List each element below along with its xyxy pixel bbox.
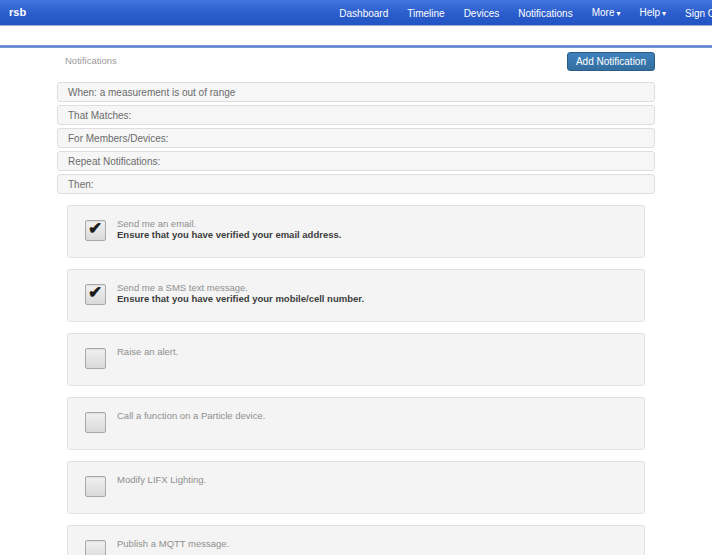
checkbox[interactable]: ✔ [85, 348, 106, 369]
notification-panels: When: a measurement is out of range That… [57, 82, 655, 555]
then-option-row-2[interactable]: ✔ Raise an alert. [67, 333, 645, 386]
nav-item-dashboard[interactable]: Dashboard [339, 1, 388, 26]
then-options-list: ✔ Send me an email. Ensure that you have… [67, 205, 645, 555]
panel-header-1[interactable]: That Matches: [57, 105, 655, 125]
then-option-row-4[interactable]: ✔ Modify LIFX Lighting. [67, 461, 645, 514]
then-option-row-3[interactable]: ✔ Call a function on a Particle device. [67, 397, 645, 450]
brand-link[interactable]: rsb [9, 0, 26, 25]
check-icon: ✔ [88, 282, 102, 303]
check-icon: ✔ [88, 218, 102, 239]
panel-header-0[interactable]: When: a measurement is out of range [57, 82, 655, 102]
add-notification-button[interactable]: Add Notification [567, 52, 655, 71]
nav-menu: DashboardTimelineDevicesNotificationsMor… [339, 0, 712, 26]
checkbox[interactable]: ✔ [85, 284, 106, 305]
checkbox[interactable]: ✔ [85, 412, 106, 433]
checkbox[interactable]: ✔ [85, 220, 106, 241]
option-note: Ensure that you have verified your mobil… [117, 293, 364, 304]
nav-item-help[interactable]: Help▾ [639, 0, 666, 26]
option-label: Modify LIFX Lighting. [117, 474, 206, 485]
nav-item-devices[interactable]: Devices [464, 1, 500, 26]
then-option-row-0[interactable]: ✔ Send me an email. Ensure that you have… [67, 205, 645, 258]
nav-item-notifications[interactable]: Notifications [518, 1, 572, 26]
option-note: Ensure that you have verified your email… [117, 229, 341, 240]
caret-down-icon: ▾ [616, 9, 620, 18]
nav-item-sign-out[interactable]: Sign Out [685, 1, 712, 26]
option-label: Send me an email. [117, 218, 341, 229]
panel-header-2[interactable]: For Members/Devices: [57, 128, 655, 148]
caret-down-icon: ▾ [662, 9, 666, 18]
navbar: rsb DashboardTimelineDevicesNotification… [0, 0, 712, 26]
nav-item-timeline[interactable]: Timeline [407, 1, 444, 26]
option-label: Publish a MQTT message. [117, 538, 229, 549]
panel-header-3[interactable]: Repeat Notifications: [57, 151, 655, 171]
option-label: Send me a SMS text message. [117, 282, 364, 293]
nav-item-more[interactable]: More▾ [592, 0, 621, 26]
option-label: Call a function on a Particle device. [117, 410, 265, 421]
option-label: Raise an alert. [117, 346, 178, 357]
breadcrumb: Notifications [65, 55, 117, 66]
checkbox[interactable]: ✔ [85, 540, 106, 555]
page-header: Notifications Add Notification [57, 48, 655, 78]
then-option-row-5[interactable]: ✔ Publish a MQTT message. [67, 525, 645, 555]
checkbox[interactable]: ✔ [85, 476, 106, 497]
then-option-row-1[interactable]: ✔ Send me a SMS text message. Ensure tha… [67, 269, 645, 322]
panel-header-4[interactable]: Then: [57, 174, 655, 194]
